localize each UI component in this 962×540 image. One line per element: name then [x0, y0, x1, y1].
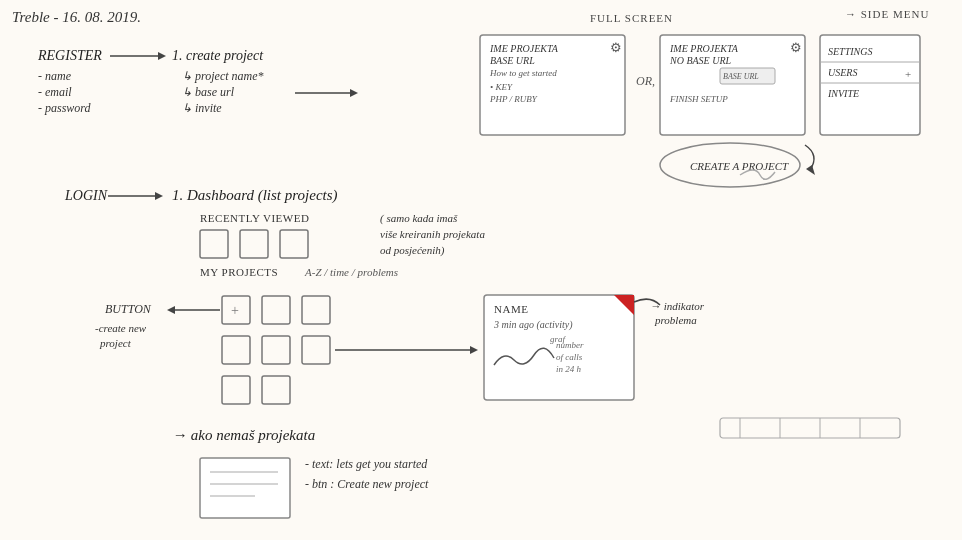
svg-text:PHP / RUBY: PHP / RUBY: [489, 94, 538, 104]
svg-text:SETTINGS: SETTINGS: [828, 46, 872, 57]
svg-text:BASE URL: BASE URL: [490, 55, 535, 66]
svg-text:How to get started: How to get started: [489, 68, 557, 78]
svg-text:in 24 h: in 24 h: [556, 364, 582, 374]
svg-text:CREATE A PROJECT: CREATE A PROJECT: [690, 160, 789, 172]
svg-text:FINISH SETUP: FINISH SETUP: [669, 94, 728, 104]
svg-text:- email: - email: [38, 85, 72, 99]
svg-text:NAME: NAME: [494, 303, 528, 315]
svg-text:- name: - name: [38, 69, 72, 83]
svg-text:IME PROJEKTA: IME PROJEKTA: [489, 43, 559, 54]
svg-rect-80: [200, 458, 290, 518]
svg-text:A-Z / time / problems: A-Z / time / problems: [304, 266, 398, 278]
svg-text:IME PROJEKTA: IME PROJEKTA: [669, 43, 739, 54]
sketch-canvas: Treble - 16. 08. 2019. FULL SCREEN → SID…: [0, 0, 962, 540]
whiteboard-page: Treble - 16. 08. 2019. FULL SCREEN → SID…: [0, 0, 962, 540]
svg-text:⚙: ⚙: [790, 40, 802, 55]
svg-text:3 min ago (activity): 3 min ago (activity): [493, 319, 573, 331]
svg-text:( samo kada imaš: ( samo kada imaš: [380, 212, 458, 225]
svg-text:↳ invite: ↳ invite: [182, 101, 222, 115]
svg-text:BUTTON: BUTTON: [105, 302, 152, 316]
svg-text:više kreiranih projekata: više kreiranih projekata: [380, 228, 485, 240]
svg-text:- password: - password: [38, 101, 92, 115]
svg-text:MY PROJECTS: MY PROJECTS: [200, 266, 278, 278]
svg-text:LOGIN: LOGIN: [64, 188, 108, 203]
svg-text:→ ako nemaš projekata: → ako nemaš projekata: [172, 427, 315, 443]
svg-text:number: number: [556, 340, 584, 350]
svg-text:NO BASE URL: NO BASE URL: [669, 55, 732, 66]
svg-text:↳ project name*: ↳ project name*: [182, 69, 264, 83]
svg-text:USERS: USERS: [828, 67, 857, 78]
svg-text:→ indikator: → indikator: [650, 300, 705, 312]
svg-text:REGISTER: REGISTER: [37, 48, 102, 63]
svg-text:problema: problema: [654, 314, 697, 326]
svg-text:→ SIDE MENU: → SIDE MENU: [845, 8, 929, 20]
svg-text:- btn : Create new project: - btn : Create new project: [305, 477, 429, 491]
svg-text:OR,: OR,: [636, 74, 655, 88]
svg-text:⚙: ⚙: [610, 40, 622, 55]
svg-text:INVITE: INVITE: [827, 88, 859, 99]
title-text: Treble - 16. 08. 2019.: [12, 9, 141, 25]
svg-text:+: +: [231, 303, 239, 318]
svg-text:project: project: [99, 337, 132, 349]
svg-text:BASE URL: BASE URL: [723, 72, 759, 81]
svg-text:↳ base url: ↳ base url: [182, 85, 235, 99]
svg-text:RECENTLY VIEWED: RECENTLY VIEWED: [200, 212, 309, 224]
svg-text:FULL SCREEN: FULL SCREEN: [590, 12, 673, 24]
svg-text:-create new: -create new: [95, 322, 147, 334]
svg-text:• KEY: • KEY: [490, 82, 513, 92]
svg-text:+: +: [905, 68, 911, 80]
svg-text:- text: lets get you started: - text: lets get you started: [305, 457, 428, 471]
svg-text:of calls: of calls: [556, 352, 583, 362]
svg-text:1. Dashboard (list projects): 1. Dashboard (list projects): [172, 187, 338, 204]
svg-text:od posjećenih): od posjećenih): [380, 244, 445, 257]
svg-text:1. create project: 1. create project: [172, 48, 264, 63]
